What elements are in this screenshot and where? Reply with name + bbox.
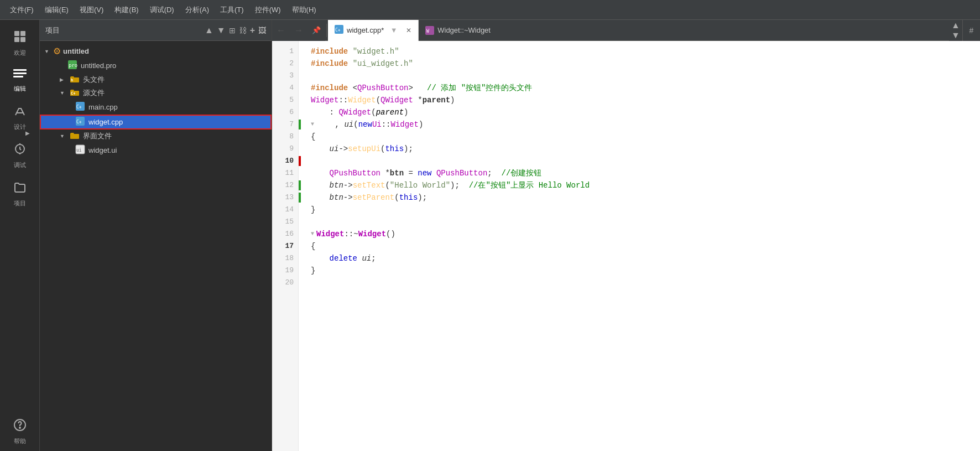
debug-icon [13, 142, 27, 159]
svg-text:C+: C+ [76, 120, 82, 125]
tree-item-sources[interactable]: C+ 源文件 [40, 86, 272, 100]
nav-back-button[interactable]: ← [272, 20, 290, 41]
code-line-15 [311, 216, 590, 228]
svg-text:C+: C+ [76, 105, 82, 110]
tab-right-select[interactable]: ▲▼ [949, 20, 962, 41]
headers-label: 头文件 [83, 75, 105, 85]
tree-root-untitled[interactable]: ⚙ untitled [40, 44, 272, 58]
tab-hash[interactable]: # [962, 20, 980, 41]
file-label-main: main.cpp [88, 103, 118, 111]
nav-pin-button[interactable]: 📌 [307, 20, 325, 41]
svg-rect-3 [20, 37, 25, 42]
svg-rect-4 [13, 69, 27, 71]
code-line-5: Widget::Widget(QWidget *parent) [311, 94, 590, 106]
project-label: 项目 [14, 199, 26, 208]
sidebar-item-project[interactable]: 项目 [0, 175, 39, 213]
line-num-11: 11 [272, 167, 298, 179]
line-num-5: 5 [272, 94, 298, 106]
breadcrumb-area: W Widget::~Widget [419, 26, 949, 35]
tree-item-widget-cpp[interactable]: C+ widget.cpp [40, 115, 272, 129]
menu-edit[interactable]: 编辑(E) [39, 3, 74, 17]
menu-file[interactable]: 文件(F) [4, 3, 39, 17]
tree-item-widget-ui[interactable]: ui widget.ui [40, 143, 272, 158]
tab-close-button[interactable]: ✕ [406, 27, 411, 34]
editor-tab-widget-cpp[interactable]: C+ widget.cpp* ▼ ✕ [328, 20, 419, 41]
file-panel: 项目 ▲ ▼ ⊞ ⛓ + 🖼 ⚙ untitled [40, 20, 272, 451]
editor-tab-bar: ← → 📌 C+ widget.cpp* ▼ ✕ [272, 20, 980, 41]
cpp-icon-main: C+ [75, 101, 85, 113]
sidebar-item-edit[interactable]: 编辑 [0, 63, 39, 99]
file-label-ui: widget.ui [88, 146, 117, 154]
tree-item-headers[interactable]: h 头文件 [40, 73, 272, 86]
tree-item-main-cpp[interactable]: C+ main.cpp [40, 100, 272, 115]
line-num-10: 10 [272, 155, 298, 167]
line-num-8: 8 [272, 131, 298, 143]
link-icon[interactable]: ⛓ [239, 26, 247, 35]
panel-down-arrow[interactable]: ▼ [217, 25, 226, 35]
filter-icon[interactable]: ⊞ [229, 26, 236, 35]
file-panel-header-icons: ▲ ▼ ⊞ ⛓ + 🖼 [205, 25, 266, 35]
svg-rect-0 [14, 31, 19, 36]
svg-rect-1 [20, 31, 25, 36]
menu-analyze[interactable]: 分析(A) [180, 3, 215, 17]
sidebar-item-design[interactable]: 设计 [0, 99, 39, 137]
line-num-12: 12 [272, 179, 298, 191]
root-label: untitled [63, 47, 89, 55]
tree-item-untitled-pro[interactable]: pro untitled.pro [40, 58, 272, 73]
file-label-widget: widget.cpp [88, 118, 123, 126]
sidebar-item-help[interactable]: 帮助 [0, 413, 39, 451]
ui-files-label: 界面文件 [83, 131, 112, 141]
svg-text:pro: pro [69, 63, 77, 68]
svg-text:C+: C+ [335, 28, 341, 33]
image-icon[interactable]: 🖼 [258, 26, 266, 35]
svg-text:C+: C+ [71, 91, 75, 96]
svg-rect-6 [13, 76, 23, 77]
svg-rect-2 [14, 37, 19, 42]
design-label: 设计 [14, 123, 26, 131]
sidebar-item-debug[interactable]: 调试 ▶ [0, 137, 39, 175]
tab-cpp-icon: C+ [335, 25, 343, 35]
panel-up-arrow[interactable]: ▲ [205, 25, 213, 35]
svg-text:ui: ui [76, 148, 82, 153]
menu-build[interactable]: 构建(B) [109, 3, 144, 17]
tree-item-ui-files[interactable]: 界面文件 [40, 129, 272, 143]
line-num-14: 14 [272, 204, 298, 216]
main-area: 欢迎 编辑 设计 [0, 20, 980, 451]
help-label: 帮助 [14, 437, 26, 445]
arrow-headers [60, 77, 67, 82]
line-num-17: 17 [272, 240, 298, 252]
menu-debug[interactable]: 调试(D) [144, 3, 180, 17]
svg-rect-5 [13, 72, 27, 74]
code-line-13: btn->setParent(this); [311, 191, 590, 204]
code-line-18: delete ui; [311, 252, 590, 265]
arrow-sources [60, 90, 67, 96]
menu-tools[interactable]: 工具(T) [215, 3, 249, 17]
pro-file-icon: pro [67, 60, 77, 71]
ui-folder-icon [70, 132, 80, 141]
debug-label: 调试 [14, 161, 26, 169]
gutter-green-7 [299, 120, 301, 129]
gutter-red-10 [299, 156, 301, 166]
gutter-green-13 [299, 193, 301, 203]
code-content[interactable]: 1 2 3 4 5 6 7 8 9 10 11 12 13 14 15 16 1… [272, 41, 980, 451]
code-line-1: #include "widget.h" [311, 45, 590, 58]
ui-file-icon: ui [75, 144, 85, 156]
line-num-19: 19 [272, 265, 298, 277]
code-line-20 [311, 277, 590, 289]
fold-arrow-7[interactable]: ▼ [311, 118, 314, 131]
menu-controls[interactable]: 控件(W) [249, 3, 286, 17]
nav-forward-button[interactable]: → [290, 20, 307, 41]
gear-icon: ⚙ [53, 46, 61, 56]
file-panel-title: 项目 [45, 25, 60, 35]
tab-dropdown[interactable]: ▼ [387, 26, 400, 34]
svg-text:h: h [71, 78, 73, 82]
menu-view[interactable]: 视图(V) [74, 3, 109, 17]
fold-arrow-16[interactable]: ▼ [311, 228, 314, 240]
line-num-2: 2 [272, 58, 298, 70]
code-editor[interactable]: #include "widget.h" #include "ui_widget.… [302, 41, 590, 451]
sidebar-item-welcome[interactable]: 欢迎 [0, 24, 39, 63]
plus-icon[interactable]: + [250, 25, 255, 35]
code-line-12: btn->setText("Hello World"); //在"按钮"上显示 … [311, 179, 590, 191]
headers-folder-icon: h [70, 75, 80, 85]
menu-help[interactable]: 帮助(H) [286, 3, 322, 17]
